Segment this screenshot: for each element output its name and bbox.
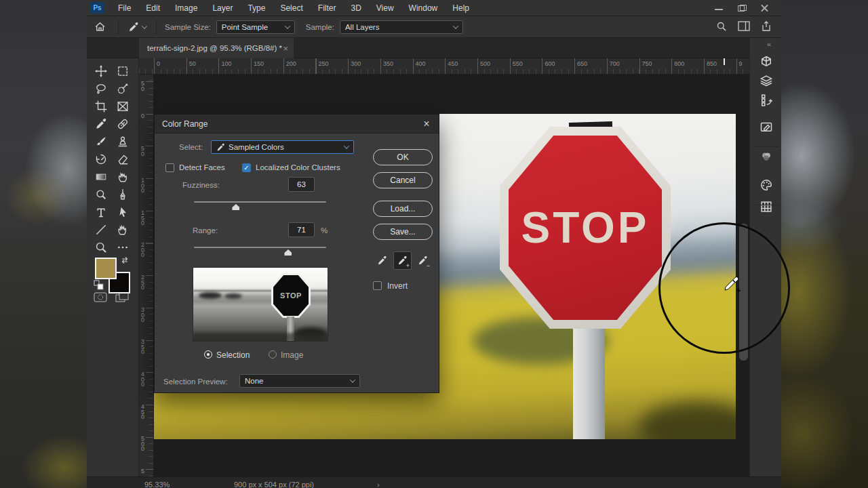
selection-preview-dropdown[interactable]: None [239,374,360,388]
clone-stamp-tool[interactable] [115,134,131,150]
save-button[interactable]: Save... [373,224,433,240]
pen-tool[interactable] [115,186,131,203]
fuzziness-slider-thumb[interactable] [232,204,239,210]
detect-faces-label: Detect Faces [179,163,225,171]
select-dropdown[interactable]: Sampled Colors [211,140,354,154]
search-icon[interactable] [716,21,727,33]
panel-color[interactable] [757,148,774,165]
patterns-icon [760,200,773,214]
status-chevron-icon[interactable]: › [377,481,380,488]
gradient-tool[interactable] [93,169,109,185]
localized-color-clusters-checkbox[interactable]: ✓ [242,163,251,172]
selection-radio[interactable] [204,350,212,359]
load-button[interactable]: Load... [373,201,433,217]
dialog-title-bar[interactable]: Color Range [155,115,439,134]
fuzziness-field[interactable]: 63 [288,177,315,192]
eyedropper-sample-button[interactable] [373,251,391,270]
frame-tool[interactable] [115,98,131,115]
eyedropper-add-button[interactable]: + [393,251,412,270]
range-field[interactable]: 71 [288,222,315,237]
sampled-colors-eyedropper-icon [216,143,225,152]
sample-dropdown[interactable]: All Layers [340,20,463,34]
quick-mask-icon[interactable] [94,292,107,305]
panel-patterns[interactable] [757,198,774,215]
v-ruler-label: 0 [141,114,144,119]
rectangular-marquee-tool-icon [117,65,129,77]
lasso-tool[interactable] [93,81,109,97]
move-tool[interactable] [93,63,109,79]
panel-properties[interactable] [757,53,774,70]
quick-selection-tool[interactable] [115,81,131,97]
sign-pole [573,324,605,439]
hand-tool[interactable] [115,222,131,238]
minimize-icon[interactable] [715,5,723,12]
default-colors-icon[interactable] [94,280,104,293]
menu-3d[interactable]: 3D [343,0,368,16]
foreground-color-swatch[interactable] [95,258,117,279]
rectangular-marquee-tool[interactable] [115,63,131,79]
range-slider[interactable] [194,247,326,248]
h-ruler-label: 600 [545,60,555,67]
detect-faces-checkbox[interactable] [165,163,174,172]
color-icon [760,150,773,163]
dialog-title: Color Range [162,119,208,129]
swap-colors-icon[interactable] [120,256,130,268]
menu-file[interactable]: File [111,0,138,16]
more-tools[interactable] [115,239,131,256]
image-radio[interactable] [269,350,277,359]
menu-help[interactable]: Help [445,0,477,16]
menu-image[interactable]: Image [167,0,205,16]
fuzziness-slider[interactable] [194,201,326,203]
smudge-tool[interactable] [115,169,131,185]
menu-layer[interactable]: Layer [205,0,240,16]
invert-checkbox[interactable] [373,281,382,290]
zoom-tool[interactable] [93,239,109,256]
history-brush-tool[interactable] [93,151,109,167]
cancel-button[interactable]: Cancel [373,172,433,188]
sample-label: Sample: [306,23,334,31]
h-ruler-label: 50 [189,60,196,67]
smudge-tool-icon [117,171,129,183]
crop-tool[interactable] [93,98,109,115]
panel-history[interactable] [757,91,774,108]
line-tool[interactable] [93,222,109,238]
tab-close-icon[interactable]: × [283,43,288,54]
sample-size-dropdown[interactable]: Point Sample [216,20,295,34]
collapse-dock-icon[interactable]: « [767,40,770,48]
brush-tool[interactable] [93,134,109,150]
restore-icon[interactable] [738,5,746,12]
home-icon[interactable] [87,21,113,33]
menu-filter[interactable]: Filter [311,0,344,16]
v-ruler-label: 5 0 0 [141,436,144,452]
document-dimensions: 900 px x 504 px (72 ppi) [234,481,314,488]
menu-type[interactable]: Type [240,0,273,16]
v-ruler-label: 3 0 0 [141,308,144,323]
panel-swatches[interactable] [757,176,774,193]
menu-window[interactable]: Window [401,0,446,16]
dodge-tool[interactable] [93,186,109,203]
eyedropper-subtract-button[interactable]: − [414,251,432,270]
menu-select[interactable]: Select [273,0,310,16]
dialog-close-icon[interactable]: × [420,118,433,130]
spot-healing-brush-tool[interactable] [115,116,131,132]
workspace-icon[interactable] [738,21,750,33]
type-tool[interactable] [93,204,109,220]
share-export-icon[interactable] [761,20,772,33]
range-slider-thumb[interactable] [284,249,292,256]
close-icon[interactable] [761,5,769,12]
eyedropper-tool[interactable] [93,116,109,132]
panel-layers[interactable] [757,72,774,89]
eyedropper-tool-options-icon[interactable] [124,22,151,33]
path-selection-tool[interactable] [115,204,131,220]
zoom-level[interactable]: 95.33% [144,481,170,488]
document-tab[interactable]: terrafic-sign-2.jpg @ 95.3% (RGB/8#) * × [139,38,294,58]
ok-button[interactable]: OK [373,149,433,165]
h-ruler-label: 200 [286,60,296,67]
menu-edit[interactable]: Edit [138,0,167,16]
v-ruler-label: 2 0 0 [141,243,144,258]
screen-mode-icon[interactable] [115,292,129,305]
panel-adjustments[interactable] [757,118,774,135]
menu-view[interactable]: View [369,0,401,16]
eraser-tool[interactable] [115,151,131,167]
v-ruler-label: 5 0 [141,146,144,157]
